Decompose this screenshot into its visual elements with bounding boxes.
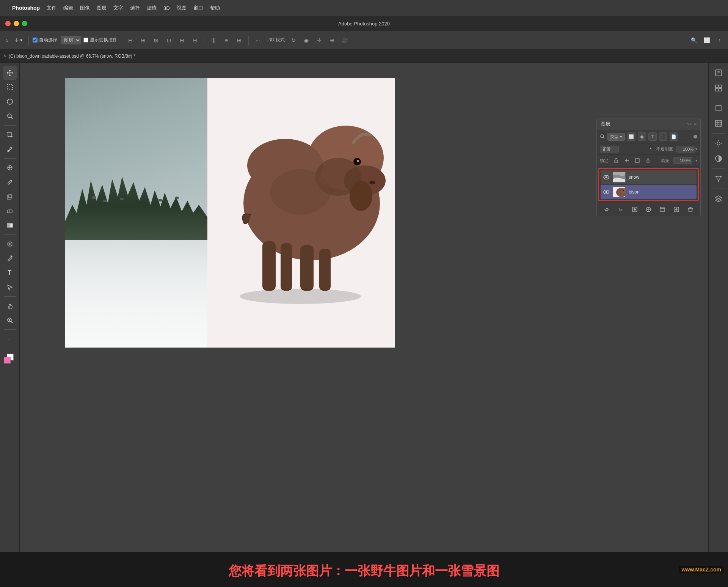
fill-value[interactable]: 100%: [673, 157, 692, 164]
right-panel-node-icon[interactable]: [712, 172, 725, 186]
search-icon[interactable]: 🔍: [689, 35, 699, 46]
align-center-v-icon[interactable]: ⊞: [177, 35, 187, 46]
distribute-v-icon[interactable]: ≡: [221, 35, 232, 46]
layer-delete-btn[interactable]: [686, 205, 695, 214]
layer-add-btn[interactable]: [672, 205, 681, 214]
right-panel-color-icon[interactable]: [712, 152, 725, 165]
align-bottom-icon[interactable]: ⊟: [190, 35, 200, 46]
dodge-tool[interactable]: [3, 237, 17, 251]
filter-pixel-icon[interactable]: ⬜: [627, 132, 635, 141]
filter-smart-icon[interactable]: 📄: [670, 132, 678, 141]
lock-all-icon[interactable]: [644, 157, 652, 164]
filter-type-dropdown[interactable]: 类型 ▾: [607, 133, 625, 141]
path-select-tool[interactable]: [3, 280, 17, 294]
distribute-spacing-icon[interactable]: ⊞: [234, 35, 245, 46]
healing-tool[interactable]: [3, 161, 17, 175]
svg-point-64: [717, 142, 720, 145]
layer-adj-icon[interactable]: [644, 205, 653, 214]
layer-group-icon[interactable]: [658, 205, 667, 214]
layer-fx-btn[interactable]: fx: [617, 205, 625, 214]
move-tool[interactable]: [3, 66, 17, 80]
layers-menu-icon[interactable]: ≡: [694, 121, 697, 127]
type-tool[interactable]: T: [3, 266, 17, 280]
right-panel-table-icon[interactable]: [712, 116, 725, 130]
menu-item-image[interactable]: 图像: [80, 5, 90, 11]
layers-collapse-btn[interactable]: >>: [687, 122, 692, 126]
right-panel-grid-icon[interactable]: [712, 81, 725, 95]
3d-orbit-icon[interactable]: ◉: [301, 35, 312, 46]
layer-dropdown[interactable]: 图层: [61, 36, 81, 44]
move-tool-btn[interactable]: ✛ ▾: [13, 37, 24, 44]
menu-item-filter[interactable]: 滤镜: [147, 5, 157, 11]
right-panel-sep-3: [712, 168, 725, 169]
maximize-button[interactable]: [22, 21, 27, 26]
auto-select-input[interactable]: [33, 38, 38, 42]
gradient-tool[interactable]: [3, 219, 17, 232]
3d-pan-icon[interactable]: ✛: [314, 35, 325, 46]
layer-link-icon[interactable]: [602, 205, 611, 214]
filter-adj-icon[interactable]: ◉: [638, 132, 646, 141]
lock-position-icon[interactable]: [623, 157, 631, 164]
3d-move-icon[interactable]: ⊕: [327, 35, 337, 46]
workspace-icon[interactable]: ⬜: [701, 35, 712, 46]
tab-close-btn[interactable]: ✕: [3, 54, 6, 58]
eyedropper-tool[interactable]: [3, 142, 17, 156]
minimize-button[interactable]: [14, 21, 19, 26]
marquee-tool[interactable]: [3, 80, 17, 94]
right-panel-rect-icon[interactable]: [712, 101, 725, 115]
align-right-icon[interactable]: ⊠: [151, 35, 162, 46]
zoom-tool[interactable]: [3, 313, 17, 327]
menu-item-file[interactable]: 文件: [47, 5, 56, 11]
transform-input[interactable]: [83, 38, 88, 42]
crop-tool[interactable]: [3, 128, 17, 142]
pen-tool[interactable]: [3, 252, 17, 265]
clone-tool[interactable]: [3, 190, 17, 203]
align-left-icon[interactable]: ⊟: [125, 35, 136, 46]
layer-mask-icon[interactable]: [631, 205, 639, 214]
right-panel-properties-icon[interactable]: [712, 66, 725, 80]
filter-toggle-dot[interactable]: [693, 135, 697, 138]
layer-visibility-bison[interactable]: [603, 189, 610, 195]
brush-tool[interactable]: [3, 175, 17, 189]
align-top-icon[interactable]: ⊡: [164, 35, 174, 46]
layer-visibility-snow[interactable]: [603, 174, 610, 181]
layer-item-bison[interactable]: bison: [601, 185, 697, 199]
transform-checkbox[interactable]: 显示变换控件: [83, 37, 117, 43]
distribute-icon[interactable]: |||: [208, 35, 219, 46]
right-panel: [708, 63, 728, 552]
menu-item-select[interactable]: 选择: [130, 5, 140, 11]
more-options-btn[interactable]: ···: [253, 35, 263, 46]
menu-item-edit[interactable]: 编辑: [63, 5, 73, 11]
eraser-tool[interactable]: [3, 204, 17, 218]
canvas-area[interactable]: 图层 >> ≡ 类型 ▾ ⬜ ◉ T ⬛ 📄: [20, 63, 708, 552]
lock-pixels-icon[interactable]: [612, 157, 620, 164]
filter-type-icon[interactable]: T: [648, 132, 657, 141]
fg-color-swatch[interactable]: [4, 357, 11, 364]
close-button[interactable]: [5, 21, 11, 26]
opacity-value[interactable]: 100%: [676, 146, 695, 153]
right-panel-light-icon[interactable]: [712, 137, 725, 150]
menu-item-window[interactable]: 窗口: [193, 5, 203, 11]
align-center-h-icon[interactable]: ⊞: [138, 35, 149, 46]
menu-item-3d[interactable]: 3D: [163, 5, 170, 11]
3d-camera-icon[interactable]: 🎥: [340, 35, 350, 46]
right-panel-layers-icon[interactable]: [712, 192, 725, 206]
blend-mode-dropdown[interactable]: 正常: [600, 146, 619, 153]
menu-item-help[interactable]: 帮助: [210, 5, 220, 11]
lock-artboard-icon[interactable]: [634, 157, 641, 164]
layer-item-snow[interactable]: snow: [601, 170, 697, 184]
filter-shape-icon[interactable]: ⬛: [659, 132, 667, 141]
lasso-tool[interactable]: [3, 95, 17, 109]
hand-tool[interactable]: [3, 299, 17, 313]
home-icon[interactable]: ⌂: [3, 37, 10, 44]
3d-rotate-icon[interactable]: ↻: [288, 35, 299, 46]
app-name: Photoshop: [12, 5, 40, 11]
main-layout: T ···: [0, 63, 728, 552]
auto-select-checkbox[interactable]: 自动选择:: [33, 37, 58, 43]
share-icon[interactable]: ↑: [714, 35, 725, 46]
quick-select-tool[interactable]: [3, 109, 17, 123]
menu-item-view[interactable]: 视图: [177, 5, 187, 11]
more-tools-btn[interactable]: ···: [3, 332, 17, 346]
menu-item-layer[interactable]: 图层: [97, 5, 107, 11]
menu-item-text[interactable]: 文字: [113, 5, 123, 11]
